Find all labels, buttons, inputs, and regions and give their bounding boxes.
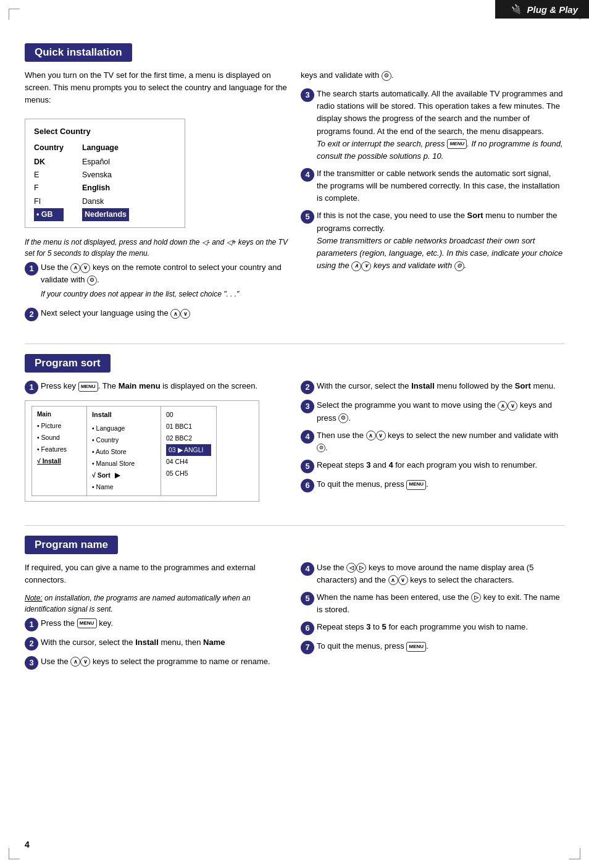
ud-keys-ps4: ∧∨	[366, 431, 386, 440]
plug-icon: 🔌	[510, 4, 522, 15]
country-table: Country DK E F FI • GB Language	[34, 142, 176, 222]
install-sort: √ Sort ▶	[92, 470, 156, 481]
ps-step-5-num: 5	[301, 460, 314, 473]
prog-04: 04 CH4	[166, 456, 211, 468]
menu-sound: • Sound	[37, 432, 81, 444]
program-sort-section: Program sort 1 Press key MENU. The Main …	[25, 354, 564, 507]
menu-key-ps1: MENU	[78, 382, 98, 392]
program-sort-left: 1 Press key MENU. The Main menu is displ…	[25, 380, 288, 507]
install-manualstore: • Manual Store	[92, 458, 156, 470]
up-ps4: ∧	[366, 431, 376, 440]
language-column: Language Español Svenska English Dansk N…	[82, 142, 129, 222]
install-autostore: • Auto Store	[92, 446, 156, 458]
country-fi: FI	[34, 195, 64, 208]
country-gb: • GB	[34, 208, 64, 221]
quick-installation-right: keys and validate with ⊙. 3 The search s…	[301, 69, 564, 326]
down-pn4: ∨	[398, 575, 408, 585]
ps-step-2: 2 With the cursor, select the Install me…	[301, 380, 564, 394]
qi-step-3-num: 3	[301, 88, 314, 102]
page-content: Quick installation When you turn on the …	[25, 43, 564, 675]
pn-step-2-text: With the cursor, select the Install menu…	[41, 636, 288, 649]
country-e: E	[34, 169, 64, 182]
pn-step-2-num: 2	[25, 637, 38, 651]
quick-installation-intro: When you turn on the TV set for the firs…	[25, 69, 288, 106]
down-key-5: ∨	[361, 261, 371, 271]
ok-ps3: ⊙	[338, 413, 348, 423]
qi-step-4-num: 4	[301, 168, 314, 182]
ps-step-6-num: 6	[301, 479, 314, 492]
qi-step-5-num: 5	[301, 210, 314, 224]
pn-step-7: 7 To quit the menus, press MENU.	[301, 640, 564, 654]
prog-00: 00	[166, 409, 211, 421]
up-pn4: ∧	[388, 575, 398, 585]
qi-step-5-text: If this is not the case, you need to use…	[317, 209, 564, 272]
ps-step-1: 1 Press key MENU. The Main menu is displ…	[25, 380, 288, 394]
up-down-keys-2: ∧∨	[170, 309, 190, 319]
country-dk: DK	[34, 156, 64, 169]
ud-keys-pn4: ∧∨	[388, 575, 408, 585]
left-pn4: ◁	[346, 563, 356, 573]
program-name-left: If required, you can give a name to the …	[25, 562, 288, 675]
country-column: Country DK E F FI • GB	[34, 142, 64, 222]
program-name-title: Program name	[25, 536, 118, 554]
select-country-box: Select Country Country DK E F FI • GB	[25, 119, 185, 228]
pn-note: Note: on installation, the programs are …	[25, 592, 288, 615]
pn-step-6-num: 6	[301, 622, 314, 635]
language-col-header: Language	[82, 142, 129, 154]
country-f: F	[34, 182, 64, 195]
pn-step-3: 3 Use the ∧∨ keys to select the programm…	[25, 655, 288, 670]
menu-install: √ Install	[37, 455, 81, 467]
italic-note-display: If the menu is not displayed, press and …	[25, 237, 288, 259]
ps-step-3-text: Select the programme you want to move us…	[317, 399, 564, 424]
quick-installation-layout: When you turn on the TV set for the firs…	[25, 69, 564, 326]
up-down-keys-5: ∧∨	[351, 261, 371, 271]
qi-step-3-text: The search starts automatically. All the…	[317, 88, 564, 162]
program-sort-right: 2 With the cursor, select the Install me…	[301, 380, 564, 507]
qi-step-4: 4 If the transmitter or cable network se…	[301, 167, 564, 204]
pn-step-3-text: Use the ∧∨ keys to select the programme …	[41, 655, 288, 668]
down-key-1: ∨	[80, 263, 90, 273]
install-label: Install	[92, 409, 156, 421]
ps-step-2-num: 2	[301, 381, 314, 394]
pn-step-5-num: 5	[301, 592, 314, 605]
pn-intro: If required, you can give a name to the …	[25, 562, 288, 586]
up-key-1: ∧	[70, 263, 80, 273]
menu-ps6: MENU	[406, 480, 426, 490]
keys-validate-text: keys and validate with ⊙.	[301, 69, 564, 82]
ud-keys-ps3: ∧∨	[498, 401, 517, 411]
qi-step-1-note: If your country does not appear in the l…	[41, 289, 288, 300]
select-country-title: Select Country	[34, 125, 176, 138]
ps-step-4-num: 4	[301, 430, 314, 444]
down-pn3: ∨	[80, 657, 90, 667]
divider-1	[25, 343, 564, 344]
menu-pn7: MENU	[406, 642, 426, 652]
pn-step-7-text: To quit the menus, press MENU.	[317, 640, 564, 652]
lang-dansk: Dansk	[82, 195, 129, 208]
prog-02: 02 BBC2	[166, 432, 211, 444]
lang-nederlands: Nederlands	[82, 208, 129, 221]
ps-step-1-text: Press key MENU. The Main menu is display…	[41, 380, 288, 392]
lang-espanol: Español	[82, 156, 129, 169]
qi-step-5: 5 If this is not the case, you need to u…	[301, 209, 564, 272]
program-sort-title: Program sort	[25, 354, 111, 373]
down-ps4: ∨	[376, 431, 386, 440]
lang-svenska: Svenska	[82, 169, 129, 182]
program-name-section: Program name If required, you can give a…	[25, 536, 564, 675]
ps-step-3: 3 Select the programme you want to move …	[301, 399, 564, 424]
quick-installation-section: Quick installation When you turn on the …	[25, 43, 564, 326]
corner-decoration-br	[569, 848, 580, 859]
page-number: 4	[25, 840, 30, 849]
down-ps3: ∨	[508, 401, 517, 411]
sort-arrow-right: ▶	[115, 470, 120, 481]
pn-step-1-num: 1	[25, 618, 38, 631]
language-col-items: Español Svenska English Dansk Nederlands	[82, 156, 129, 221]
program-name-right: 4 Use the ◁▷ keys to move around the nam…	[301, 562, 564, 675]
plug-play-label: Plug & Play	[527, 4, 578, 15]
ok-ps4: ⊙	[317, 444, 325, 452]
qi-step-2: 2 Next select your language using the ∧∨	[25, 307, 288, 321]
corner-decoration-tl	[9, 9, 20, 20]
up-pn3: ∧	[70, 657, 80, 667]
install-language: • Language	[92, 423, 156, 434]
prog-05: 05 CH5	[166, 468, 211, 479]
ps-step-5: 5 Repeat steps 3 and 4 for each program …	[301, 459, 564, 473]
